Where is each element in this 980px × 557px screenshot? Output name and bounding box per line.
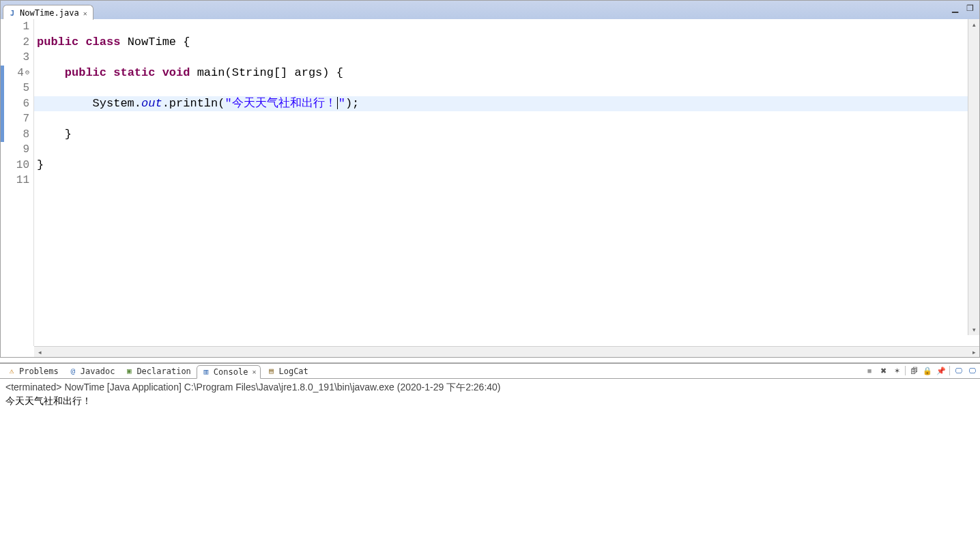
vertical-scrollbar[interactable]: ▴ ▾ [968, 19, 979, 335]
editor-tab-active[interactable]: J NowTime.java ✕ [3, 5, 93, 20]
editor-window-controls: ▁ ❐ [949, 3, 975, 13]
tab-label: Problems [19, 367, 59, 376]
clear-console-button[interactable]: 🗐 [908, 365, 919, 376]
line-number: 5 [4, 81, 29, 96]
line-number: 3 [4, 50, 29, 66]
editor-pane: J NowTime.java ✕ ▁ ❐ 1 2 3 4⊖ 5 6 7 8 9 … [0, 0, 980, 358]
remove-all-button[interactable]: ✶ [891, 365, 902, 376]
code-lines: public class NowTime { public static voi… [34, 19, 979, 188]
code-line [34, 173, 979, 188]
toolbar-divider [949, 366, 950, 375]
tab-label: Declaration [136, 367, 190, 376]
editor-body: 1 2 3 4⊖ 5 6 7 8 9 10 11 public class No… [1, 19, 979, 346]
remove-launch-button[interactable]: ✖ [878, 365, 889, 376]
views-tab-bar: ⚠ Problems @ Javadoc ▣ Declaration ▥ Con… [0, 364, 980, 379]
maximize-icon[interactable]: ❐ [964, 3, 975, 13]
line-number: 11 [4, 173, 29, 188]
scroll-up-icon[interactable]: ▴ [968, 19, 979, 30]
line-number: 6 [4, 96, 29, 112]
code-line [34, 142, 979, 158]
tab-close-icon[interactable]: ✕ [252, 368, 256, 375]
tab-logcat[interactable]: ▤ LogCat [262, 365, 312, 377]
tab-close-icon[interactable]: ✕ [83, 10, 87, 17]
code-area[interactable]: public class NowTime { public static voi… [34, 19, 979, 346]
tab-problems[interactable]: ⚠ Problems [3, 365, 63, 377]
scroll-left-icon[interactable]: ◂ [34, 347, 45, 357]
console-content[interactable]: <terminated> NowTime [Java Application] … [0, 379, 980, 557]
code-line [34, 111, 979, 127]
code-line: } [34, 127, 979, 143]
code-line [34, 50, 979, 66]
console-output-line: 今天天气社和出行！ [5, 395, 975, 408]
bottom-pane: ⚠ Problems @ Javadoc ▣ Declaration ▥ Con… [0, 362, 980, 557]
problems-icon: ⚠ [7, 367, 16, 376]
toolbar-divider [905, 366, 906, 375]
tab-declaration[interactable]: ▣ Declaration [120, 365, 194, 377]
declaration-icon: ▣ [124, 367, 134, 376]
terminate-button[interactable]: ■ [864, 365, 875, 376]
tab-console[interactable]: ▥ Console ✕ [197, 365, 261, 379]
line-number: 7 [4, 111, 29, 127]
console-icon: ▥ [201, 367, 211, 377]
tab-label: Console [214, 367, 248, 377]
line-number: 10 [4, 158, 29, 173]
scroll-lock-button[interactable]: 🔒 [922, 365, 933, 376]
code-line [34, 19, 979, 35]
fold-icon[interactable]: ⊖ [25, 66, 29, 81]
tab-filename: NowTime.java [20, 8, 79, 18]
tab-label: Javadoc [81, 367, 115, 376]
line-number-gutter: 1 2 3 4⊖ 5 6 7 8 9 10 11 [4, 19, 34, 346]
text-caret [337, 97, 338, 109]
console-status-line: <terminated> NowTime [Java Application] … [5, 382, 975, 394]
tab-javadoc[interactable]: @ Javadoc [64, 365, 119, 377]
java-file-icon: J [8, 8, 17, 18]
console-toolbar: ■ ✖ ✶ 🗐 🔒 📌 🖵 🖵 [864, 365, 977, 376]
code-line: public class NowTime { [34, 35, 979, 51]
line-number: 2 [4, 35, 29, 51]
horizontal-scrollbar[interactable]: ◂ ▸ [34, 346, 979, 357]
tab-label: LogCat [278, 367, 308, 376]
pin-console-button[interactable]: 📌 [936, 365, 947, 376]
line-number: 9 [4, 142, 29, 158]
display-selected-button[interactable]: 🖵 [953, 365, 964, 376]
javadoc-icon: @ [68, 367, 78, 376]
marker-bar [1, 19, 4, 346]
line-number: 1 [4, 19, 29, 35]
code-line: public static void main(String[] args) { [34, 66, 979, 81]
editor-tab-bar: J NowTime.java ✕ ▁ ❐ [1, 1, 979, 19]
open-console-button[interactable]: 🖵 [966, 365, 977, 376]
code-line [34, 81, 979, 96]
info-marker [1, 66, 4, 142]
scroll-down-icon[interactable]: ▾ [968, 324, 979, 335]
line-number: 8 [4, 127, 29, 143]
logcat-icon: ▤ [266, 367, 276, 376]
line-number: 4⊖ [4, 66, 29, 81]
minimize-icon[interactable]: ▁ [949, 3, 960, 13]
scroll-right-icon[interactable]: ▸ [968, 347, 979, 357]
code-line: } [34, 158, 979, 173]
code-line-current: System.out.println("今天天气社和出行！"); [34, 96, 979, 112]
